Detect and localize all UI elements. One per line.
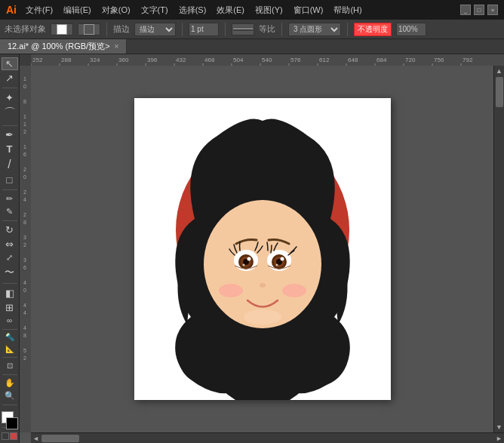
- screen-mode-1[interactable]: [2, 432, 9, 440]
- rotate-tool[interactable]: ↻: [2, 223, 18, 236]
- mirror-tool[interactable]: ⇔: [2, 238, 18, 251]
- scroll-down-arrow[interactable]: ▼: [496, 423, 502, 431]
- tool-separator-7: [2, 357, 17, 358]
- svg-text:720: 720: [405, 57, 416, 63]
- pencil-tool[interactable]: ✎: [2, 206, 18, 217]
- menu-select[interactable]: 选择(S): [179, 5, 207, 16]
- measure-tool[interactable]: 📐: [2, 344, 18, 355]
- warp-tool[interactable]: 〜: [2, 265, 18, 280]
- stroke-line-box[interactable]: [232, 23, 254, 35]
- svg-text:1: 1: [23, 76, 26, 82]
- scale-tool[interactable]: ⤢: [2, 252, 18, 263]
- tool-separator-1: [2, 88, 17, 88]
- screen-mode-2[interactable]: [10, 432, 17, 440]
- window-controls[interactable]: _ □ ×: [460, 5, 498, 15]
- menu-view[interactable]: 视图(Y): [255, 5, 283, 16]
- menu-effect[interactable]: 效果(E): [217, 5, 244, 16]
- tool-separator-4: [2, 220, 17, 221]
- svg-text:0: 0: [23, 288, 26, 293]
- maximize-button[interactable]: □: [474, 5, 484, 15]
- tab-document[interactable]: 12.ai* @ 100% (RGB/预览> ×: [0, 39, 127, 54]
- menu-window[interactable]: 窗口(W): [293, 5, 324, 16]
- eyedropper-tool[interactable]: 🔦: [2, 332, 18, 343]
- svg-text:4: 4: [23, 280, 26, 285]
- svg-point-72: [280, 257, 284, 261]
- svg-text:396: 396: [147, 57, 158, 63]
- svg-text:2: 2: [23, 167, 26, 172]
- svg-text:0: 0: [23, 84, 26, 89]
- svg-text:504: 504: [233, 57, 244, 63]
- svg-text:8: 8: [23, 220, 26, 225]
- scroll-right-arrow[interactable]: ►: [496, 435, 502, 442]
- tab-label: 12.ai* @ 100% (RGB/预览>: [8, 41, 110, 52]
- svg-text:4: 4: [23, 310, 26, 315]
- blend-tool[interactable]: ∞: [2, 315, 18, 326]
- hand-tool[interactable]: ✋: [2, 377, 18, 389]
- svg-text:2: 2: [23, 355, 26, 361]
- lasso-tool[interactable]: ⌒: [2, 106, 18, 122]
- shape-dropdown[interactable]: 3 点圆形: [288, 23, 341, 36]
- horizontal-scrollbar[interactable]: ◄ ►: [31, 432, 504, 443]
- line-tool[interactable]: /: [2, 157, 18, 172]
- direct-selection-tool[interactable]: ↗: [2, 72, 18, 85]
- selection-tool[interactable]: ↖: [2, 57, 18, 70]
- tool-separator-3: [2, 189, 17, 190]
- tool-separator-2: [2, 125, 17, 126]
- options-bar: 未选择对象 描边 描边 等比 3 点圆形 不透明度: [0, 20, 504, 39]
- slice-tool[interactable]: ⊡: [2, 361, 18, 371]
- toolbar: ↖ ↗ ✦ ⌒ ✒ T / □ ✏ ✎ ↻ ⇔ ⤢ 〜 ◧ ⊞ ∞ 🔦 📐 ⊡ …: [0, 54, 20, 443]
- title-bar: Ai 文件(F) 编辑(E) 对象(O) 文字(T) 选择(S) 效果(E) 视…: [0, 0, 504, 20]
- scroll-up-arrow[interactable]: ▲: [496, 67, 502, 75]
- svg-rect-33: [20, 66, 31, 432]
- stroke-fill-box[interactable]: [78, 23, 100, 35]
- stroke-dropdown[interactable]: 描边: [134, 23, 176, 36]
- tab-bar: 12.ai* @ 100% (RGB/预览> ×: [0, 39, 504, 54]
- menu-file[interactable]: 文件(F): [26, 5, 53, 16]
- stroke-label: 描边: [113, 23, 130, 35]
- svg-text:684: 684: [376, 57, 387, 63]
- gradient-tool[interactable]: ◧: [2, 287, 18, 300]
- magic-wand-tool[interactable]: ✦: [2, 91, 18, 104]
- separator-4: [281, 23, 282, 36]
- paintbrush-tool[interactable]: ✏: [2, 193, 18, 205]
- opacity-input[interactable]: [396, 23, 426, 36]
- canvas-scroll: 1 0 8 1 1 2 1 6 2 0 2 4 2 8 3 2 3: [20, 66, 504, 432]
- menu-object[interactable]: 对象(O): [102, 5, 131, 16]
- menu-bar[interactable]: 文件(F) 编辑(E) 对象(O) 文字(T) 选择(S) 效果(E) 视图(Y…: [26, 5, 362, 16]
- color-boxes[interactable]: [2, 411, 18, 425]
- background-color[interactable]: [6, 417, 18, 429]
- vertical-scrollbar[interactable]: ▲ ▼: [493, 66, 504, 432]
- canvas-container: 252 288 324 360 396 432 468 504: [20, 54, 504, 443]
- svg-text:5: 5: [23, 348, 26, 353]
- svg-text:324: 324: [90, 57, 100, 63]
- stroke-color-box[interactable]: [51, 23, 73, 35]
- close-button[interactable]: ×: [487, 5, 498, 15]
- svg-text:792: 792: [463, 57, 473, 63]
- menu-edit[interactable]: 编辑(E): [63, 5, 91, 16]
- canvas-area[interactable]: [31, 66, 493, 432]
- svg-text:1: 1: [23, 114, 26, 119]
- pen-tool[interactable]: ✒: [2, 128, 18, 141]
- menu-text[interactable]: 文字(T): [141, 5, 168, 16]
- minimize-button[interactable]: _: [460, 5, 471, 15]
- svg-text:360: 360: [118, 57, 129, 63]
- svg-text:6: 6: [23, 152, 26, 157]
- transparency-label: 不透明度: [354, 23, 392, 36]
- mesh-tool[interactable]: ⊞: [2, 301, 18, 314]
- svg-text:2: 2: [23, 212, 26, 217]
- character-artwork: [134, 98, 391, 400]
- tool-separator-8: [2, 374, 17, 375]
- tab-close-button[interactable]: ×: [115, 42, 119, 51]
- svg-text:3: 3: [23, 257, 26, 263]
- ruler-horizontal: 252 288 324 360 396 432 468 504: [31, 54, 504, 66]
- scroll-thumb-h[interactable]: [41, 435, 79, 442]
- menu-help[interactable]: 帮助(H): [333, 5, 361, 16]
- zoom-tool[interactable]: 🔍: [2, 390, 18, 401]
- type-tool[interactable]: T: [2, 143, 18, 155]
- scroll-left-arrow[interactable]: ◄: [32, 435, 39, 442]
- main-area: ↖ ↗ ✦ ⌒ ✒ T / □ ✏ ✎ ↻ ⇔ ⤢ 〜 ◧ ⊞ ∞ 🔦 📐 ⊡ …: [0, 54, 504, 443]
- svg-text:1: 1: [23, 144, 26, 149]
- rectangle-tool[interactable]: □: [2, 174, 18, 186]
- stroke-width-input[interactable]: [189, 23, 219, 36]
- scroll-thumb-v[interactable]: [496, 77, 503, 107]
